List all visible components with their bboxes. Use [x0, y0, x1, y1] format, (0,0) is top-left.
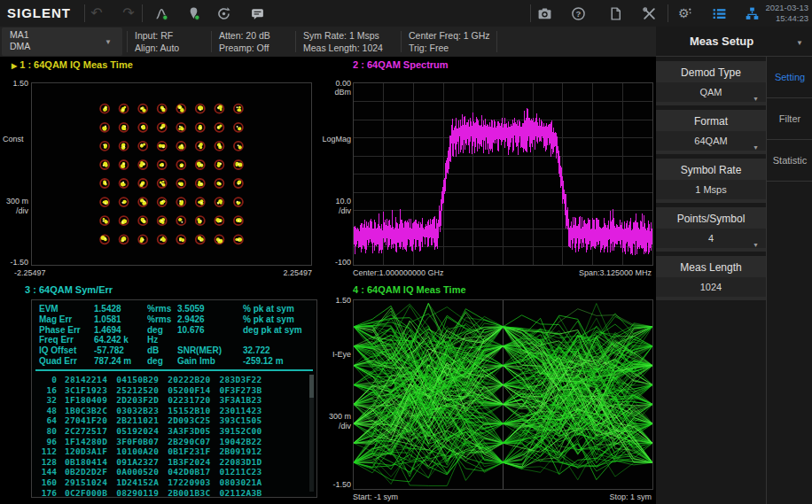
section-format: Format 64QAM ▼: [656, 110, 766, 154]
help-icon[interactable]: ?: [567, 3, 589, 24]
hex-row: 02814221404150B2920222B20283D3F22: [32, 375, 304, 385]
tab-filter[interactable]: Filter: [767, 98, 812, 140]
y-min-label: -1.50: [0, 258, 28, 267]
mode-line2: DMA: [10, 41, 30, 52]
section-demod-type: Demod Type QAM ▼: [656, 61, 766, 105]
stop-sym-label: Stop: 1 sym: [609, 492, 652, 501]
section-points-per-symbol: Points/Symbol 4 ▼: [656, 207, 766, 252]
spectrum-plot[interactable]: [353, 82, 653, 266]
meas-length-input[interactable]: 1024: [656, 277, 766, 297]
measurement-mode-dropdown[interactable]: MA1 DMA ▼: [2, 27, 122, 56]
hex-scrollbar[interactable]: [309, 375, 314, 492]
svg-text:⚙: ⚙: [678, 6, 690, 20]
hex-row: 321F1804092D203F2D022317203F3A1B23: [32, 395, 304, 406]
comment-icon[interactable]: [246, 3, 268, 24]
points-per-symbol-select[interactable]: 4 ▼: [656, 229, 766, 248]
span-label: Span:3.125000 MHz: [579, 268, 652, 277]
analyzer-screen: SIGLENT ↶ ↷: [0, 0, 812, 504]
table-row: Phase Err1.4694deg10.676deg pk at sym567: [32, 325, 306, 336]
per-div-label: /div: [0, 206, 28, 215]
atten-preamp-field[interactable]: Atten: 20 dBPreamp: Off: [219, 29, 270, 54]
table-row: Freq Err64.242 kHz: [32, 335, 306, 345]
toolbar-separator: [84, 4, 85, 22]
hex-row: 112120D3A1F10100A200B1F231F2B091912: [32, 446, 304, 457]
active-pane-marker: ▶: [12, 62, 17, 70]
meas-setup-header[interactable]: Meas Setup ▼: [656, 27, 812, 57]
ref-unit-label: dBm: [334, 88, 351, 97]
svg-text:?: ?: [575, 8, 581, 18]
field-separator: [496, 31, 497, 52]
hex-dump: 02814221404150B2920222B20283D3F22163C1F1…: [32, 375, 304, 493]
peak-search-icon[interactable]: [151, 3, 172, 24]
per-div-label: /div: [339, 206, 351, 215]
sym-err-box[interactable]: EVM1.5428%rms3.5059% pk at sym38Mag Err1…: [31, 299, 317, 498]
scale-per-div-label: 10.0: [335, 197, 351, 205]
menu-list-icon[interactable]: [708, 3, 730, 24]
pane-spectrum: 2 : 64QAM Spectrum 0.00 dBm LogMag 10.0 …: [326, 57, 656, 282]
history-icon[interactable]: [213, 3, 234, 24]
marker-icon[interactable]: [183, 3, 204, 24]
eye-diagram-plot[interactable]: [353, 299, 653, 490]
ref-level-label: 0.00: [335, 79, 351, 88]
network-icon[interactable]: [741, 3, 762, 24]
tools-icon[interactable]: [638, 3, 660, 24]
field-separator: [211, 31, 212, 52]
pane4-title: 4 : 64QAM IQ Meas Time: [353, 284, 466, 295]
file-icon[interactable]: [605, 3, 626, 24]
input-align-field[interactable]: Input: RFAlign: Auto: [135, 29, 179, 54]
tab-statistic[interactable]: Statistic: [767, 140, 812, 182]
table-row: IQ Offset-57.782dBSNR(MER)32.722dB: [32, 345, 306, 356]
redo-icon[interactable]: ↷: [118, 3, 139, 24]
table-row: EVM1.5428%rms3.5059% pk at sym38: [32, 304, 306, 314]
panel-tabs: Setting Filter Statistic: [766, 57, 812, 504]
section-label: Symbol Rate: [656, 159, 766, 176]
hex-row: 160291510241D24152A172209030803021A: [32, 477, 304, 488]
demod-type-select[interactable]: QAM ▼: [656, 82, 766, 102]
chevron-down-icon: ▼: [753, 89, 759, 109]
constellation-plot[interactable]: [31, 82, 312, 266]
datetime-display: 2021-03-13 15:44:23: [765, 3, 808, 24]
chevron-down-icon: ▼: [753, 236, 759, 255]
mode-line1: MA1: [10, 29, 29, 41]
camera-icon[interactable]: [534, 3, 555, 24]
start-sym-label: Start: -1 sym: [353, 492, 398, 501]
pane-sym-err: 3 : 64QAM Sym/Err EVM1.5428%rms3.5059% p…: [0, 282, 326, 504]
pane-constellation: ▶ 1 : 64QAM IQ Meas Time 1.50 Const 300 …: [0, 57, 326, 282]
pane3-title: 3 : 64QAM Sym/Err: [25, 284, 113, 295]
table-row: Quad Err787.24 mdegGain Imb-259.12 mdB: [32, 356, 306, 367]
toolbar-separator: [668, 4, 668, 22]
hex-row: 6427041F202B2110212D093C25393C1505: [32, 415, 304, 426]
undo-icon[interactable]: ↶: [86, 3, 107, 24]
chevron-down-icon: ▼: [105, 38, 112, 46]
hex-row: 802C272517051920243A3F3D0539152C00: [32, 426, 304, 437]
center-freq-label: Center:1.000000000 GHz: [353, 268, 444, 277]
pane1-title: ▶ 1 : 64QAM IQ Meas Time: [12, 59, 133, 70]
trace-format-label: I-Eye: [332, 350, 351, 359]
table-separator-line: [35, 369, 313, 371]
field-separator: [127, 31, 128, 52]
toolbar-separator: [142, 4, 143, 22]
toolbar-separator: [530, 4, 531, 22]
top-toolbar: SIGLENT ↶ ↷: [0, 0, 812, 27]
x-max-label: 2.25497: [259, 268, 312, 277]
pane2-title: 2 : 64QAM Spectrum: [353, 59, 449, 70]
sym-err-table: EVM1.5428%rms3.5059% pk at sym38Mag Err1…: [32, 304, 306, 367]
format-select[interactable]: 64QAM ▼: [656, 131, 766, 151]
hex-row: 1280B180414091A23271B3F202422083D1D: [32, 457, 304, 468]
tab-setting[interactable]: Setting: [767, 57, 812, 98]
y-min-label: -100: [335, 258, 351, 267]
centerfreq-trig-field[interactable]: Center Freq: 1 GHzTrig: Free: [409, 29, 490, 54]
per-div-label: /div: [339, 422, 351, 430]
section-label: Meas Length: [656, 256, 766, 274]
gear-icon[interactable]: ⚙: [674, 3, 695, 24]
y-max-label: 1.50: [335, 296, 351, 305]
chevron-down-icon: ▼: [796, 39, 803, 47]
section-label: Demod Type: [656, 61, 766, 79]
symrate-measlen-field[interactable]: Sym Rate: 1 MspsMeas Length: 1024: [303, 29, 383, 54]
symbol-rate-input[interactable]: 1 Msps: [656, 180, 766, 199]
hex-row: 1440B2D2D2F0A000520042D0B1701211C23: [32, 467, 304, 477]
field-separator: [401, 31, 402, 52]
section-symbol-rate: Symbol Rate 1 Msps: [656, 159, 766, 203]
scrollbar-thumb[interactable]: [309, 375, 314, 398]
trace-format-label: LogMag: [322, 135, 351, 143]
